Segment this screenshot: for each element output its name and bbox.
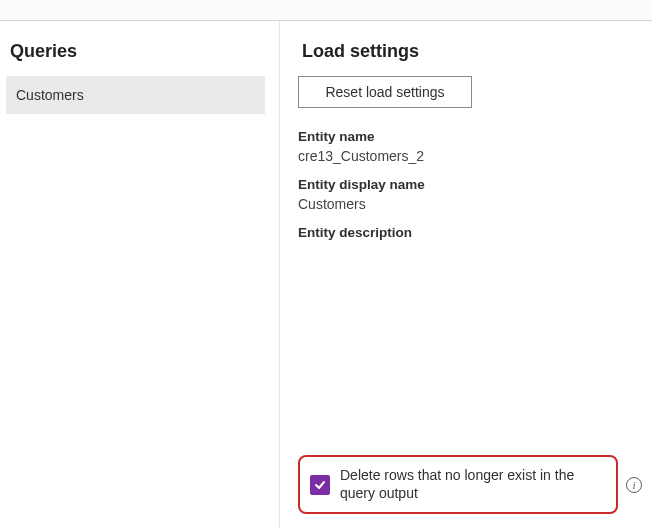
reset-load-settings-button[interactable]: Reset load settings xyxy=(298,76,472,108)
info-icon[interactable]: i xyxy=(626,477,642,493)
entity-display-name-label: Entity display name xyxy=(298,177,642,192)
entity-display-name-field: Entity display name Customers xyxy=(298,177,642,212)
entity-description-label: Entity description xyxy=(298,225,642,240)
queries-heading: Queries xyxy=(6,37,265,74)
entity-description-field: Entity description xyxy=(298,225,642,244)
query-item-customers[interactable]: Customers xyxy=(6,76,265,114)
load-settings-panel: Load settings Reset load settings Entity… xyxy=(280,21,652,528)
entity-display-name-value: Customers xyxy=(298,196,642,212)
load-settings-heading: Load settings xyxy=(298,37,642,74)
bottom-section: Delete rows that no longer exist in the … xyxy=(298,455,642,520)
entity-name-label: Entity name xyxy=(298,129,642,144)
delete-rows-checkbox[interactable] xyxy=(310,475,330,495)
checkmark-icon xyxy=(314,479,326,491)
top-bar xyxy=(0,0,652,21)
delete-rows-label: Delete rows that no longer exist in the … xyxy=(340,467,604,502)
entity-name-field: Entity name cre13_Customers_2 xyxy=(298,129,642,164)
query-item-label: Customers xyxy=(16,87,84,103)
main-area: Queries Customers Load settings Reset lo… xyxy=(0,21,652,528)
queries-panel: Queries Customers xyxy=(0,21,280,528)
entity-name-value: cre13_Customers_2 xyxy=(298,148,642,164)
delete-rows-option[interactable]: Delete rows that no longer exist in the … xyxy=(298,455,618,514)
